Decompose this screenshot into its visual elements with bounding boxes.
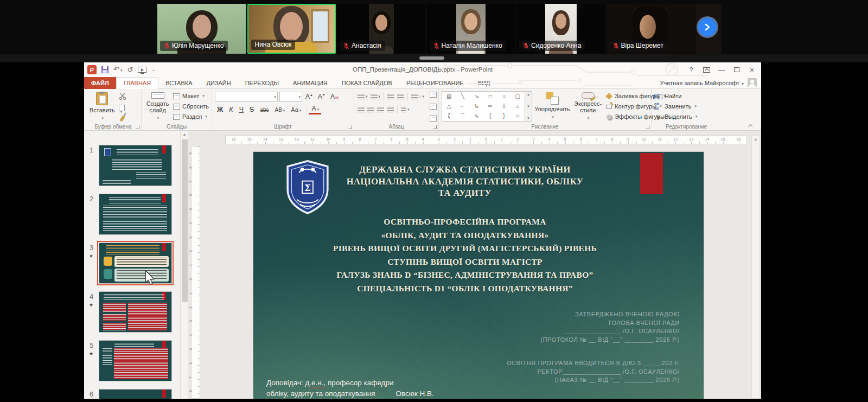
slide-thumbnail[interactable] [99,340,172,381]
filmstrip-resize-handle[interactable] [419,56,444,60]
dialog-launcher-icon[interactable] [348,125,352,129]
section-button[interactable]: Раздел [173,112,209,122]
redo-icon[interactable]: ↺ [127,65,133,74]
restore-icon[interactable] [730,65,744,75]
star-icon[interactable]: ☆ [515,113,520,119]
left-brace-icon[interactable]: { [489,113,491,119]
account-avatar-icon[interactable] [748,78,757,87]
rectangle-icon[interactable]: □ [489,94,492,99]
decrease-font-size-icon[interactable]: А▼ [316,93,327,100]
increase-indent-icon[interactable] [397,93,405,100]
down-arrow-icon[interactable]: ⇩ [502,104,506,109]
line-spacing-icon[interactable]: ↕ [411,93,425,100]
quick-styles-button[interactable]: Экспресс-стили [572,91,603,123]
tab-переходы[interactable]: ПЕРЕХОДЫ [238,77,286,89]
approval-block[interactable]: ЗАТВЕРДЖЕНО ВЧЕНОЮ РАДОЮГОЛОВА ВЧЕНОЇ РА… [540,310,680,344]
undo-icon[interactable]: ↶ [113,65,122,75]
curve-icon[interactable]: ∿ [474,113,478,119]
account-menu[interactable]: Учетная запись Майкрософт [660,77,744,89]
align-right-icon[interactable] [376,106,385,113]
tab-показ-слайдов[interactable]: ПОКАЗ СЛАЙДОВ [335,77,399,89]
help-icon[interactable]: ? [684,65,698,75]
line-icon[interactable]: ╲ [461,94,464,99]
triangle-icon[interactable]: △ [447,104,451,109]
red-ribbon-shape[interactable] [640,153,663,194]
scroll-up-icon[interactable]: ▲ [752,137,760,141]
slide-canvas[interactable]: Σ ДЕРЖАВНА СЛУЖБА СТАТИСТИКИ УКРАЇНИНАЦІ… [253,152,704,399]
scrollbar-thumb[interactable] [182,139,188,302]
new-slide-button[interactable]: Создать слайд [144,91,171,123]
slide-thumbnail[interactable] [99,291,172,333]
participant-tile[interactable]: Нина Овсюк [247,4,336,54]
reset-button[interactable]: Сбросить [173,101,209,111]
cut-icon[interactable] [119,93,126,100]
slide-thumbnail[interactable] [99,145,172,186]
paste-button[interactable]: Вставить [88,91,117,123]
font-color-button[interactable]: А [309,105,321,114]
scribble-icon[interactable]: ζ [448,113,450,119]
justify-icon[interactable] [386,106,394,113]
italic-button[interactable]: К [227,106,235,113]
text-box-icon[interactable]: ▤ [446,94,451,99]
start-slideshow-icon[interactable] [138,67,146,73]
font-name-select[interactable]: ▾ [215,92,278,102]
underline-button[interactable]: Ч [237,106,246,113]
tab-вставка[interactable]: ВСТАВКА [158,77,199,89]
institution-title[interactable]: ДЕРЖАВНА СЛУЖБА СТАТИСТИКИ УКРАЇНИНАЦІОН… [286,164,644,199]
dialog-launcher-icon[interactable] [433,125,437,129]
close-icon[interactable]: × [745,65,759,75]
text-direction-icon[interactable] [430,92,437,98]
participant-tile[interactable]: Юлія Марущенко [157,4,246,54]
tab-рецензирование[interactable]: РЕЦЕНЗИРОВАНИЕ [399,77,471,89]
change-case-button[interactable]: Аа [289,106,303,113]
copy-icon[interactable] [119,105,125,111]
ribbon-display-options-icon[interactable] [699,65,713,75]
right-brace-icon[interactable]: } [503,113,505,119]
slide-thumbnail[interactable] [99,194,172,235]
save-icon[interactable] [101,66,108,73]
program-title-block[interactable]: ОСВІТНЬО-ПРОФЕСІЙНА ПРОГРАМА«ОБЛІК, АУДИ… [286,215,644,296]
right-arrow-icon[interactable]: ⇨ [488,104,492,109]
slide-thumbnail[interactable] [99,389,172,399]
customize-toolbar-icon[interactable]: ⌄ [151,65,156,74]
participant-tile[interactable]: Анастасія [337,4,425,54]
tab-главная[interactable]: ГЛАВНАЯ [116,77,158,89]
dialog-launcher-icon[interactable] [136,125,139,129]
convert-smartart-icon[interactable] [430,116,437,122]
powerpoint-icon[interactable]: P [87,65,97,74]
shape-gallery-scroll[interactable]: ▲▼▼ [525,91,532,122]
home-plate-icon[interactable]: ⌂ [516,104,519,109]
tab-дизайн[interactable]: ДИЗАЙН [199,77,238,89]
participant-tile[interactable]: Сидоренко Анна [516,4,605,54]
oval-icon[interactable]: ○ [502,94,506,99]
align-center-icon[interactable] [367,106,375,113]
decrease-indent-icon[interactable] [387,93,395,100]
format-painter-icon[interactable] [119,116,125,122]
replace-button[interactable]: abacЗаменить [654,101,718,111]
arrow-line-icon[interactable]: ↘ [474,94,478,99]
elbow-connector-icon[interactable]: ⌐ [461,104,464,109]
slide-scrollbar[interactable]: ▲ [751,135,760,399]
collapse-ribbon-icon[interactable] [747,123,754,128]
align-text-icon[interactable] [430,104,437,110]
align-left-icon[interactable] [357,106,365,113]
layout-button[interactable]: Макет [173,91,209,101]
strikethrough-button[interactable]: S [247,106,256,113]
curved-arrow-icon[interactable]: ↳ [474,104,478,109]
minimize-icon[interactable]: — [714,65,729,75]
font-size-select[interactable]: ▾ [279,92,302,102]
text-shadow-button[interactable]: abc [258,107,271,113]
columns-icon[interactable] [400,106,410,113]
increase-font-size-icon[interactable]: А▲ [304,93,315,100]
rounded-rectangle-icon[interactable]: ▢ [515,94,520,99]
enactment-block[interactable]: ОСВІТНЯ ПРОГРАМА ВВОДИТЬСЯ В ДІЮ З __.__… [507,359,680,385]
participant-tile[interactable]: Віра Шеремет [607,4,695,54]
tab-вид[interactable]: ВИД [471,77,497,89]
tab-файл[interactable]: ФАЙЛ [84,77,116,89]
find-button[interactable]: Найти [654,91,718,101]
dialog-launcher-icon[interactable] [646,125,649,129]
clear-formatting-icon[interactable]: А [329,93,340,100]
scroll-up-icon[interactable]: ▲ [181,132,188,136]
participant-tile[interactable]: Наталія Малишенко [427,4,515,54]
bullets-icon[interactable] [357,93,368,100]
